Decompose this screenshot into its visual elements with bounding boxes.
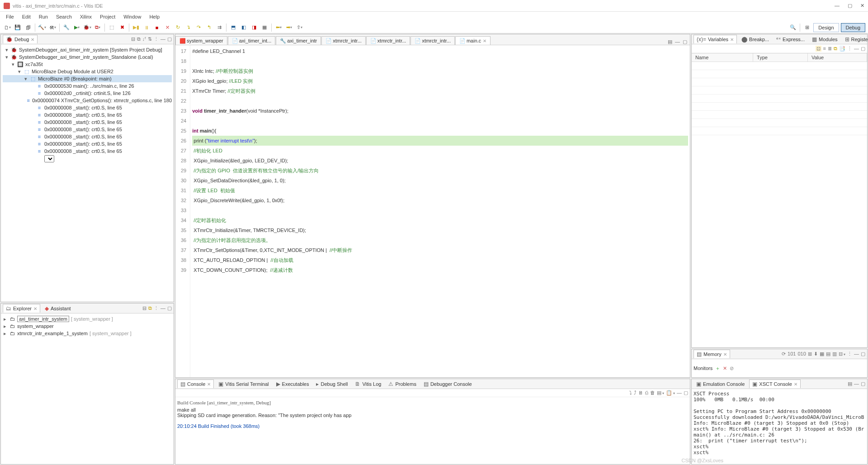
v-ic4[interactable]: ⧉ — [834, 46, 837, 52]
collapse-icon[interactable]: ⧉ — [148, 305, 152, 311]
m3-icon[interactable]: ◨ — [250, 23, 259, 32]
save-all-icon[interactable]: 🗐 — [24, 23, 33, 32]
editor-tab[interactable]: 📄xtmrctr_intr... — [321, 36, 366, 45]
perspective-debug[interactable]: Debug — [841, 23, 865, 32]
con-ic-max[interactable]: ▢ — [684, 390, 688, 396]
tab-xsct-console[interactable]: ▣XSCT Console✕ — [749, 380, 801, 388]
explorer-tree[interactable]: ▸🗀axi_timer_intr_system [ system_wrapper… — [3, 315, 172, 337]
tool1-icon[interactable]: 🔧 — [62, 23, 71, 32]
tab-executables[interactable]: ▶Executables — [274, 380, 312, 388]
link-editor-icon[interactable]: ⊟ — [142, 305, 146, 311]
maximize-view-icon[interactable]: ▢ — [167, 36, 172, 42]
ext-tools-icon[interactable]: ⧉ — [93, 23, 102, 32]
col-name[interactable]: Name — [692, 53, 753, 62]
search-icon[interactable]: 🔍 — [788, 23, 797, 32]
restart-icon[interactable]: ↻ — [173, 23, 182, 32]
ed-ic1[interactable]: ▤ — [668, 39, 672, 45]
mem-ic5[interactable]: ⬇ — [814, 351, 818, 357]
debug-stack-item[interactable]: ≡0x00000074 XTmrCtr_GetOptions(): xtmrct… — [3, 97, 172, 104]
menu-run[interactable]: Run — [36, 13, 51, 20]
mem-ic3[interactable]: 010 — [797, 351, 806, 357]
build-config-icon[interactable]: 🛠 — [48, 23, 57, 32]
tab-variables[interactable]: (x)=Variables✕ — [693, 35, 737, 43]
menu-search[interactable]: Search — [53, 13, 75, 20]
tab-console[interactable]: ▤Console✕ — [177, 380, 214, 388]
menu-project[interactable]: Project — [97, 13, 118, 20]
nav-fwd-icon[interactable]: ➡ — [284, 23, 293, 32]
col-value[interactable]: Value — [807, 53, 867, 62]
debug-stack-item[interactable]: ▾🐞SystemDebugger_axi_timer_intr_system_S… — [3, 53, 172, 61]
maximize-icon[interactable]: ▢ — [848, 3, 852, 9]
close-tab-icon[interactable]: ✕ — [33, 306, 37, 311]
tab-assistant[interactable]: ◆ Assistant — [42, 304, 74, 313]
new-dropdown-icon[interactable]: 🗋 — [3, 23, 12, 32]
nav-up-icon[interactable]: ⇧ — [295, 23, 304, 32]
mem-min[interactable]: — — [854, 351, 859, 357]
tab-vitis-log[interactable]: 🗎Vitis Log — [352, 380, 384, 388]
con-ic5[interactable]: 🗑 — [650, 390, 655, 396]
close-tab-icon[interactable]: ✕ — [31, 37, 34, 42]
explorer-item[interactable]: ▸🗀system_wrapper — [3, 323, 172, 330]
debug-stack-item[interactable]: ≡0x00000008 _start(): crt0.S, line 65 — [3, 104, 172, 111]
debug-stack-item[interactable]: ≡0x00000008 _start(): crt0.S, line 65 — [3, 140, 172, 147]
con-ic2[interactable]: ⤴ — [634, 390, 637, 396]
tab-debug[interactable]: 🐞 Debug ✕ — [3, 35, 38, 43]
build-icon[interactable]: 🔨 — [38, 23, 47, 32]
save-icon[interactable]: 💾 — [13, 23, 22, 32]
add-monitor-icon[interactable]: ＋ — [715, 365, 720, 372]
mem-ic2[interactable]: 101 — [788, 351, 796, 357]
mem-ic6[interactable]: ▦ — [820, 351, 824, 357]
debugv-ic3[interactable]: ↓ᶠ — [142, 36, 146, 42]
view-menu2-icon[interactable]: ⋮ — [154, 305, 159, 311]
mem-ic9[interactable]: ⊟ — [839, 351, 845, 357]
mem-ic8[interactable]: ▥ — [832, 351, 837, 357]
resume-icon[interactable]: ▶▮ — [132, 23, 141, 32]
close-icon[interactable]: ✕ — [860, 3, 864, 9]
explorer-item[interactable]: ▸🗀xtmrctr_intr_example_1_system [ system… — [3, 330, 172, 337]
ed-min-icon[interactable]: — — [675, 39, 680, 45]
remove-all-icon[interactable]: ⊘ — [730, 365, 734, 371]
debug-stack-item[interactable] — [3, 155, 172, 163]
editor-tab[interactable]: 📄xtmrctr_intr... — [410, 36, 455, 45]
v-ic1[interactable]: ⊡ — [816, 46, 821, 52]
m4-icon[interactable]: ▦ — [260, 23, 269, 32]
editor-tab[interactable]: 📄main.c✕ — [455, 36, 491, 45]
debug-stack-item[interactable]: ≡0x00000008 _start(): crt0.S, line 65 — [3, 119, 172, 126]
tsel-icon[interactable]: ⬚ — [107, 23, 116, 32]
tab-problems[interactable]: ⚠Problems — [386, 380, 419, 388]
editor-tab[interactable]: 📄axi_timer_int... — [228, 36, 276, 45]
view-menu-icon[interactable]: ⋮ — [154, 36, 159, 42]
editor-tab[interactable]: 🟥system_wrapper — [175, 36, 227, 45]
mem-ic1[interactable]: ⟳ — [782, 351, 786, 357]
tab-memory[interactable]: ▤ Memory ✕ — [693, 350, 730, 358]
code-editor[interactable]: 1718192021222324252627282930313233343536… — [175, 45, 690, 377]
col-type[interactable]: Type — [753, 53, 808, 62]
tab-emulation-console[interactable]: ▣Emulation Console — [693, 380, 747, 388]
m1-icon[interactable]: ⬒ — [229, 23, 238, 32]
debug-stack-item[interactable]: ▾🐞SystemDebugger_axi_timer_intr_system [… — [3, 46, 172, 53]
v-max[interactable]: ▢ — [861, 46, 865, 52]
menu-xilinx[interactable]: Xilinx — [77, 13, 95, 20]
min2-icon[interactable]: — — [160, 305, 165, 311]
v-ic6[interactable]: ⋮ — [847, 46, 852, 52]
remove-monitor-icon[interactable]: ✕ — [723, 365, 727, 371]
mem-max[interactable]: ▢ — [861, 351, 865, 357]
editor-tab[interactable]: 🔧axi_timer_intr — [276, 36, 321, 45]
debug-stack-item[interactable]: ▾⬚MicroBlaze Debug Module at USER2 — [3, 68, 172, 75]
con-ic4[interactable]: ⎙ — [645, 390, 648, 396]
perspective-design[interactable]: Design — [813, 23, 839, 32]
debugv-ic1[interactable]: ⊟ — [131, 36, 135, 42]
debug-stack-item[interactable]: ≡0x00000008 _start(): crt0.S, line 65 — [3, 133, 172, 140]
terminate-icon[interactable]: ■ — [152, 23, 161, 32]
debug-tree[interactable]: ▾🐞SystemDebugger_axi_timer_intr_system [… — [3, 46, 172, 163]
mem-ic4[interactable]: ⊞ — [808, 351, 812, 357]
debug-dropdown-icon[interactable]: 🐞 — [83, 23, 92, 32]
editor-tab[interactable]: 📄xtmrctr_intr... — [366, 36, 410, 45]
con-ic-min[interactable]: — — [677, 390, 682, 396]
v-min[interactable]: — — [854, 46, 859, 52]
debug-stack-item[interactable]: ≡0x00000008 _start(): crt0.S, line 65 — [3, 126, 172, 133]
xsct-min[interactable]: — — [854, 381, 859, 387]
open-perspective-icon[interactable]: ⊞ — [802, 23, 811, 32]
con-ic6[interactable]: ▤ — [657, 390, 664, 396]
v-ic2[interactable]: ≡ — [823, 46, 826, 52]
